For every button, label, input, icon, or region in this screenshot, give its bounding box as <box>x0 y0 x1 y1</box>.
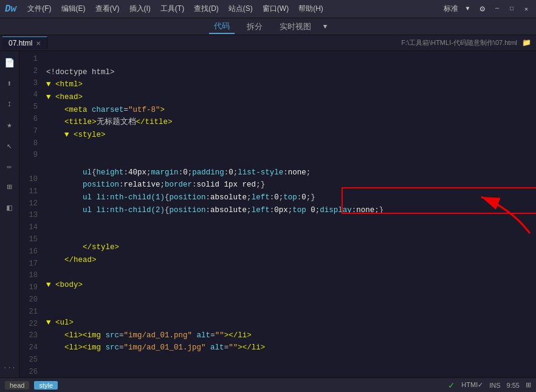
sidebar-more[interactable]: ··· <box>3 364 16 373</box>
tab-split[interactable]: 拆分 <box>242 20 267 33</box>
sidebar-icon-cursor[interactable]: ↖ <box>3 139 16 152</box>
restore-button[interactable]: □ <box>507 4 517 14</box>
file-tab-name: 07.html <box>9 39 32 47</box>
status-bar: head style ✓ HTMI✓ INS 9:55 ⊞ <box>0 377 536 392</box>
gear-icon[interactable]: ⚙ <box>478 2 487 15</box>
status-right: ✓ HTMI✓ INS 9:55 ⊞ <box>448 380 531 390</box>
menu-help[interactable]: 帮助(H) <box>295 2 327 15</box>
file-tab-close[interactable]: ✕ <box>36 40 41 47</box>
file-tab-bar: 07.html ✕ F:\工具箱\HTMLI-代码随意制作\07.html 📁 <box>0 35 536 51</box>
menu-edit[interactable]: 编辑(E) <box>58 2 89 15</box>
status-html-label: HTMI✓ <box>461 381 483 389</box>
app-logo: Dw <box>5 4 16 15</box>
sidebar-icon-edit[interactable]: ✏ <box>3 159 16 173</box>
sidebar-icon-upload[interactable]: ⬆ <box>3 77 16 90</box>
sidebar-icon-layer[interactable]: ◧ <box>3 201 16 214</box>
main-area: 📄 ⬆ ↕ ★ ↖ ✏ ⊞ ◧ ··· 1 2 3 4 5 6 7 8 9 10… <box>0 51 536 377</box>
title-bar-right: 标准 ▼ ⚙ ─ □ ✕ <box>444 2 531 15</box>
minimize-button[interactable]: ─ <box>492 4 502 14</box>
menu-site[interactable]: 站点(S) <box>225 2 256 15</box>
standard-label: 标准 <box>444 4 458 14</box>
tab-live[interactable]: 实时视图 <box>275 20 316 33</box>
status-expand[interactable]: ⊞ <box>526 381 531 389</box>
menu-tools[interactable]: 工具(T) <box>157 2 188 15</box>
code-content[interactable]: <!doctype html> ▼ <html> ▼ <head> <meta … <box>41 53 536 375</box>
status-time: 9:55 <box>507 382 520 389</box>
close-button[interactable]: ✕ <box>521 4 531 14</box>
menu-view[interactable]: 查看(V) <box>92 2 123 15</box>
line-numbers: 1 2 3 4 5 6 7 8 9 10 11 12 13 14 15 16 1… <box>19 53 41 375</box>
status-check-icon: ✓ <box>448 380 455 390</box>
sidebar: 📄 ⬆ ↕ ★ ↖ ✏ ⊞ ◧ ··· <box>0 51 19 377</box>
status-mode: INS <box>489 382 500 389</box>
sidebar-icon-star[interactable]: ★ <box>3 118 16 131</box>
menu-insert[interactable]: 插入(I) <box>126 2 154 15</box>
menu-file[interactable]: 文件(F) <box>24 2 55 15</box>
status-tag-style[interactable]: style <box>34 381 58 390</box>
file-tab-07html[interactable]: 07.html ✕ <box>2 36 47 49</box>
editor-area: 1 2 3 4 5 6 7 8 9 10 11 12 13 14 15 16 1… <box>19 51 536 377</box>
sidebar-icon-grid[interactable]: ⊞ <box>3 180 16 193</box>
sidebar-icon-arrow[interactable]: ↕ <box>3 97 16 111</box>
sidebar-icon-file[interactable]: 📄 <box>3 56 16 69</box>
view-bar: 代码 拆分 实时视图 ▼ <box>0 18 536 35</box>
status-tag-head[interactable]: head <box>5 381 29 390</box>
dropdown-icon[interactable]: ▼ <box>463 4 473 14</box>
menu-bar: 文件(F) 编辑(E) 查看(V) 插入(I) 工具(T) 查找(D) 站点(S… <box>24 2 443 15</box>
title-bar: Dw 文件(F) 编辑(E) 查看(V) 插入(I) 工具(T) 查找(D) 站… <box>0 0 536 18</box>
code-container[interactable]: 1 2 3 4 5 6 7 8 9 10 11 12 13 14 15 16 1… <box>19 51 536 377</box>
file-folder-icon[interactable]: 📁 <box>522 38 534 47</box>
menu-window[interactable]: 窗口(W) <box>259 2 292 15</box>
file-path: F:\工具箱\HTMLI-代码随意制作\07.html <box>401 38 522 47</box>
view-dropdown-icon[interactable]: ▼ <box>323 23 328 30</box>
tab-code[interactable]: 代码 <box>209 19 235 34</box>
menu-find[interactable]: 查找(D) <box>190 2 222 15</box>
